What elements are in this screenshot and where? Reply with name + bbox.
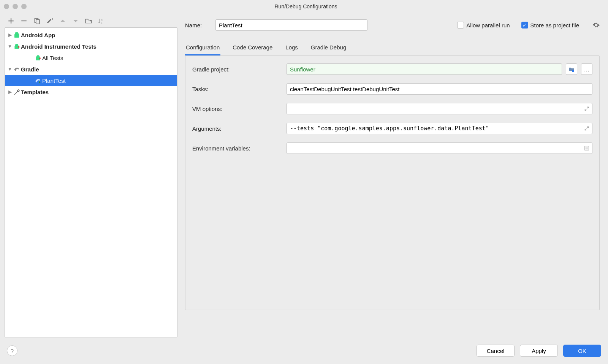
help-button[interactable]: ?	[7, 345, 17, 356]
allow-parallel-checkbox[interactable]: Allow parallel run	[457, 22, 510, 28]
tab-configuration[interactable]: Configuration	[185, 42, 220, 55]
window-close-button[interactable]	[4, 4, 9, 9]
titlebar: Run/Debug Configurations	[0, 0, 608, 13]
gradle-project-label: Gradle project:	[192, 66, 287, 73]
tree-label: Android Instrumented Tests	[21, 43, 97, 50]
ok-button[interactable]: OK	[563, 345, 601, 357]
tree-item-all-tests[interactable]: ▶ All Tests	[5, 52, 177, 63]
move-up-icon[interactable]	[59, 17, 66, 24]
wrench-icon	[13, 89, 21, 95]
cancel-button[interactable]: Cancel	[477, 345, 515, 357]
gradle-icon	[13, 66, 21, 73]
env-vars-label: Environment variables:	[192, 145, 287, 152]
arguments-label: Arguments:	[192, 125, 287, 132]
tree-label: Templates	[21, 89, 49, 95]
vm-options-input[interactable]	[287, 103, 592, 114]
store-settings-gear-icon[interactable]	[591, 22, 600, 28]
tasks-label: Tasks:	[192, 86, 287, 92]
android-test-icon	[34, 54, 42, 61]
config-tabs: Configuration Code Coverage Logs Gradle …	[185, 42, 600, 55]
name-label: Name:	[185, 22, 211, 28]
svg-rect-1	[36, 20, 40, 24]
tasks-input[interactable]	[287, 83, 592, 95]
gradle-project-browse-button[interactable]	[566, 63, 577, 75]
remove-config-icon[interactable]	[21, 17, 27, 24]
sort-alpha-icon[interactable]: az	[98, 17, 105, 24]
gradle-run-icon	[34, 77, 42, 84]
vm-options-label: VM options:	[192, 106, 287, 112]
name-input[interactable]	[215, 19, 367, 31]
tree-label: All Tests	[42, 55, 63, 61]
android-test-icon	[13, 43, 21, 50]
tab-logs[interactable]: Logs	[285, 42, 299, 55]
tree-item-templates[interactable]: ▶ Templates	[5, 86, 177, 98]
add-config-icon[interactable]	[8, 17, 14, 24]
tree-item-android-tests[interactable]: ▼ Android Instrumented Tests	[5, 41, 177, 52]
tree-label: Android App	[21, 32, 55, 38]
tab-code-coverage[interactable]: Code Coverage	[232, 42, 273, 55]
config-tree[interactable]: ▶ Android App ▼ Android Instrumented Tes…	[5, 27, 177, 337]
allow-parallel-label: Allow parallel run	[466, 22, 510, 28]
store-project-label: Store as project file	[530, 22, 579, 28]
folder-icon[interactable]	[85, 17, 92, 24]
tree-item-gradle[interactable]: ▼ Gradle	[5, 63, 177, 75]
tree-label: Gradle	[21, 66, 39, 73]
window-zoom-button[interactable]	[21, 4, 27, 9]
gradle-project-more-button[interactable]: …	[581, 63, 592, 75]
apply-button[interactable]: Apply	[520, 345, 558, 357]
window-minimize-button[interactable]	[13, 4, 18, 9]
edit-gear-icon[interactable]	[46, 17, 53, 24]
tree-item-planttest[interactable]: ▶ PlantTest	[5, 75, 177, 86]
gradle-project-input[interactable]	[287, 63, 562, 75]
config-toolbar: az	[5, 17, 177, 27]
configuration-form: Gradle project: … Tasks: VM options:	[185, 55, 600, 310]
store-project-checkbox[interactable]: Store as project file	[521, 22, 579, 28]
tree-label: PlantTest	[42, 78, 66, 84]
svg-text:z: z	[101, 21, 103, 24]
android-icon	[13, 32, 21, 38]
window-title: Run/Debug Configurations	[30, 3, 581, 9]
move-down-icon[interactable]	[72, 17, 79, 24]
tab-gradle-debug[interactable]: Gradle Debug	[310, 42, 347, 55]
env-vars-input[interactable]	[287, 142, 592, 154]
tree-item-android-app[interactable]: ▶ Android App	[5, 29, 177, 41]
svg-text:a: a	[101, 18, 103, 21]
copy-config-icon[interactable]	[33, 17, 40, 24]
arguments-input[interactable]	[287, 123, 592, 134]
svg-rect-4	[572, 70, 574, 72]
